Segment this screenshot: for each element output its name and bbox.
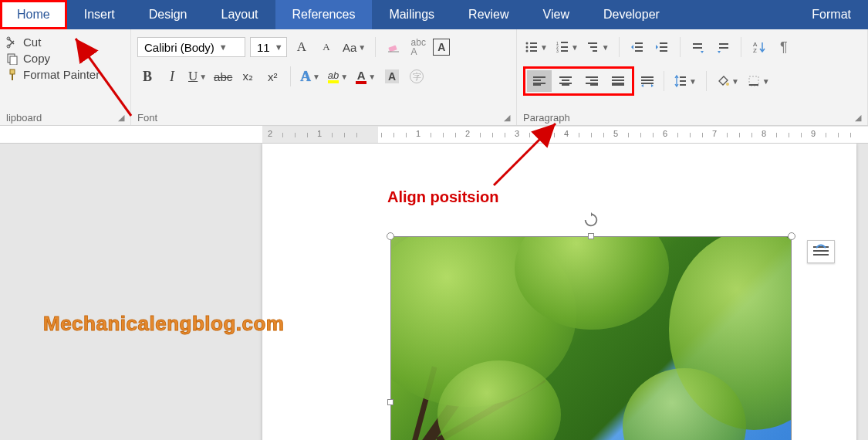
tab-developer[interactable]: Developer bbox=[586, 0, 677, 29]
svg-rect-60 bbox=[813, 250, 829, 252]
tab-design[interactable]: Design bbox=[132, 0, 204, 29]
rtl-direction-button[interactable] bbox=[713, 37, 733, 57]
sort-icon: AZ bbox=[752, 40, 766, 54]
ribbon-tabs: Home Insert Design Layout References Mai… bbox=[0, 0, 868, 29]
watermark-text: Mechanicalengblog.com bbox=[43, 312, 284, 336]
svg-text:Z: Z bbox=[753, 47, 757, 54]
svg-rect-58 bbox=[749, 84, 758, 86]
numbering-button[interactable]: 123▼ bbox=[554, 37, 580, 57]
phonetic-icon: abcA bbox=[411, 38, 426, 56]
tab-mailings[interactable]: Mailings bbox=[372, 0, 451, 29]
grow-font-button[interactable]: A bbox=[292, 37, 312, 57]
multilevel-list-button[interactable]: ▼ bbox=[585, 37, 611, 57]
italic-button[interactable]: I bbox=[162, 66, 182, 86]
svg-rect-52 bbox=[641, 83, 654, 84]
resize-handle-w[interactable] bbox=[387, 399, 393, 405]
ltr-direction-button[interactable] bbox=[688, 37, 708, 57]
eraser-icon bbox=[387, 40, 400, 54]
character-border-button[interactable]: A bbox=[433, 39, 450, 56]
tab-format[interactable]: Format bbox=[795, 0, 868, 29]
bullets-icon bbox=[525, 40, 539, 54]
align-center-button[interactable] bbox=[553, 70, 578, 92]
clipboard-dialog-launcher-icon[interactable]: ◢ bbox=[109, 113, 124, 123]
svg-rect-61 bbox=[813, 254, 829, 256]
font-group-label: Font bbox=[137, 112, 157, 124]
tab-references[interactable]: References bbox=[275, 0, 373, 29]
horizontal-ruler[interactable]: 21123456789 bbox=[262, 126, 868, 143]
shrink-font-button[interactable]: A bbox=[316, 37, 336, 57]
resize-handle-n[interactable] bbox=[588, 233, 594, 239]
font-color-button[interactable]: A▼ bbox=[354, 66, 377, 86]
phonetic-guide-button[interactable]: abcA bbox=[408, 37, 428, 57]
annotation-align-label: Align positsion bbox=[387, 188, 498, 206]
tab-home[interactable]: Home bbox=[0, 0, 67, 29]
font-size-value: 11 bbox=[257, 41, 270, 54]
ruler-tick: 4 bbox=[543, 129, 589, 138]
svg-rect-5 bbox=[12, 74, 13, 80]
font-name-combo[interactable]: Calibri (Body) ▼ bbox=[137, 37, 245, 57]
svg-point-56 bbox=[726, 83, 729, 86]
ribbon-body: Cut Copy Format Painter lipboard ◢ bbox=[0, 29, 868, 126]
svg-rect-19 bbox=[588, 42, 597, 44]
text-effects-button[interactable]: A▼ bbox=[299, 66, 322, 86]
tab-view[interactable]: View bbox=[526, 0, 586, 29]
borders-icon bbox=[747, 74, 761, 88]
ruler-tick: 7 bbox=[691, 129, 738, 138]
resize-handle-nw[interactable] bbox=[387, 232, 394, 240]
rtl-icon bbox=[716, 40, 730, 54]
clear-formatting-button[interactable] bbox=[383, 37, 404, 57]
subscript-button[interactable]: x₂ bbox=[238, 66, 258, 86]
align-right-button[interactable] bbox=[579, 70, 604, 92]
svg-rect-26 bbox=[660, 46, 667, 48]
paragraph-dialog-launcher-icon[interactable]: ◢ bbox=[846, 113, 861, 123]
decrease-indent-button[interactable] bbox=[627, 37, 647, 57]
tab-insert[interactable]: Insert bbox=[67, 0, 132, 29]
enclose-characters-button[interactable]: 字 bbox=[407, 66, 427, 86]
bullets-button[interactable]: ▼ bbox=[523, 37, 549, 57]
font-dialog-launcher-icon[interactable]: ◢ bbox=[495, 113, 510, 123]
svg-rect-6 bbox=[389, 45, 397, 52]
line-spacing-button[interactable]: ▼ bbox=[672, 71, 698, 91]
numbering-icon: 123 bbox=[556, 40, 569, 54]
borders-button[interactable]: ▼ bbox=[745, 71, 772, 91]
shading-button[interactable]: ▼ bbox=[714, 71, 741, 91]
justify-icon bbox=[611, 76, 625, 86]
svg-point-9 bbox=[526, 46, 529, 49]
ruler-tick: 2 bbox=[444, 129, 491, 138]
selected-image[interactable] bbox=[390, 236, 792, 440]
show-hide-paragraph-button[interactable]: ¶ bbox=[774, 37, 794, 57]
underline-button[interactable]: U▼ bbox=[187, 66, 208, 86]
highlight-color-button[interactable]: ab▼ bbox=[326, 66, 350, 86]
increase-indent-button[interactable] bbox=[652, 37, 672, 57]
tab-layout[interactable]: Layout bbox=[204, 0, 275, 29]
svg-rect-31 bbox=[719, 47, 728, 49]
font-size-combo[interactable]: 11 ▼ bbox=[250, 37, 287, 57]
cut-button[interactable]: Cut bbox=[6, 36, 124, 49]
svg-rect-23 bbox=[635, 46, 643, 48]
rotate-handle-icon[interactable] bbox=[583, 212, 599, 228]
svg-rect-29 bbox=[693, 47, 702, 49]
layout-options-button[interactable] bbox=[807, 240, 835, 263]
ruler-tick: 9 bbox=[790, 129, 836, 138]
resize-handle-ne[interactable] bbox=[788, 232, 795, 240]
strikethrough-button[interactable]: abc bbox=[213, 66, 233, 86]
copy-button[interactable]: Copy bbox=[6, 52, 124, 65]
character-shading-button[interactable]: A bbox=[382, 66, 402, 86]
svg-rect-14 bbox=[561, 42, 568, 43]
bold-button[interactable]: B bbox=[137, 66, 157, 86]
superscript-button[interactable]: x² bbox=[262, 66, 282, 86]
svg-rect-27 bbox=[660, 50, 667, 52]
change-case-button[interactable]: Aa▼ bbox=[341, 37, 367, 57]
sort-button[interactable]: AZ bbox=[749, 37, 769, 57]
font-name-value: Calibri (Body) bbox=[144, 41, 214, 54]
svg-rect-42 bbox=[586, 76, 598, 78]
distributed-button[interactable] bbox=[639, 71, 656, 91]
align-left-button[interactable] bbox=[527, 70, 552, 92]
copy-label: Copy bbox=[23, 52, 50, 65]
svg-rect-53 bbox=[680, 76, 686, 78]
justify-button[interactable] bbox=[606, 70, 630, 92]
format-painter-button[interactable]: Format Painter bbox=[6, 68, 124, 81]
svg-rect-3 bbox=[10, 56, 17, 65]
svg-rect-45 bbox=[590, 84, 598, 86]
tab-review[interactable]: Review bbox=[451, 0, 525, 29]
